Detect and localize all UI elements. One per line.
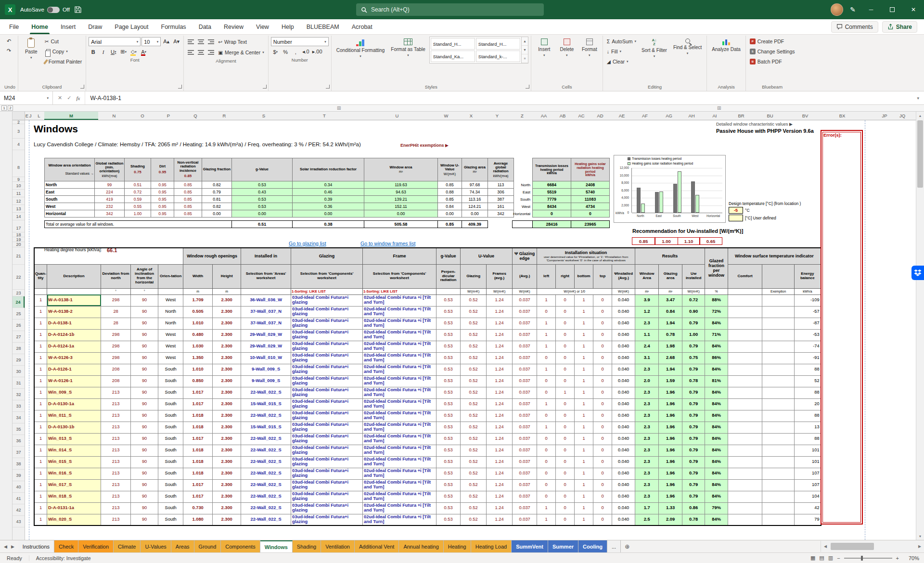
gallery-more-icon[interactable]: ≡	[522, 54, 528, 63]
maximize-button[interactable]	[882, 0, 903, 19]
cell[interactable]: 2.300	[213, 491, 241, 502]
cell[interactable]: 0.480	[183, 329, 213, 341]
zoom-level[interactable]: 70%	[903, 555, 919, 561]
cell[interactable]: 0	[593, 445, 612, 456]
cell[interactable]: 52	[795, 375, 821, 387]
row-header-30[interactable]: 30	[13, 366, 25, 377]
cell[interactable]: 2.300	[213, 364, 241, 375]
align-middle-button[interactable]	[196, 38, 205, 47]
cell[interactable]: 90	[131, 318, 158, 329]
cell[interactable]: 1	[575, 433, 593, 445]
cell[interactable]: 1.7	[635, 502, 659, 514]
cell[interactable]: 22-Wall_022_S	[241, 433, 291, 445]
cell[interactable]: 0.040	[612, 456, 635, 468]
change-settings-button[interactable]: SChange Settings	[748, 47, 796, 56]
cell[interactable]: 2.300	[213, 410, 241, 422]
cell[interactable]: 0	[537, 468, 556, 479]
cell-M27[interactable]: D-A-0124-1b	[47, 329, 101, 341]
cell[interactable]: 0	[593, 468, 612, 479]
scroll-up-icon[interactable]: ▲	[916, 112, 924, 119]
cell[interactable]: 0	[556, 329, 575, 341]
align-right-button[interactable]	[206, 48, 216, 57]
cell[interactable]: 1	[34, 514, 47, 525]
cell[interactable]: 84%	[705, 387, 728, 398]
cell[interactable]: 0.53	[436, 445, 461, 456]
cell[interactable]: 84%	[705, 491, 728, 502]
cell[interactable]: 213	[101, 514, 131, 525]
cell[interactable]: 02ud-Ideal Combi Futura +i [Tilt and Tur…	[363, 479, 436, 491]
cell[interactable]	[762, 306, 795, 318]
cell[interactable]: 0.79	[682, 398, 705, 410]
cell[interactable]: 22-Wall_022_S	[241, 479, 291, 491]
styles-dialog-launcher-icon[interactable]	[526, 85, 529, 89]
cell[interactable]: 213	[101, 468, 131, 479]
cell-M29[interactable]: W-A-0126-3	[47, 352, 101, 364]
cell-style-item[interactable]: Standard_k-...	[476, 51, 520, 62]
cell[interactable]: 0.79	[682, 479, 705, 491]
cell[interactable]	[728, 352, 762, 364]
autosum-button[interactable]: ΣAutoSum▾	[605, 37, 638, 46]
sheet-tab-instructions[interactable]: Instructions	[18, 540, 54, 552]
cell[interactable]: South	[158, 422, 183, 433]
save-icon[interactable]	[75, 6, 81, 13]
cell[interactable]: 1	[34, 352, 47, 364]
cell[interactable]: 1	[537, 329, 556, 341]
cell[interactable]: 0.84	[659, 306, 682, 318]
cell[interactable]: 2.300	[213, 468, 241, 479]
cell[interactable]: 1.018	[183, 445, 213, 456]
row-header-36[interactable]: 36	[13, 435, 25, 447]
cell[interactable]: 81%	[705, 375, 728, 387]
column-header-S[interactable]: S	[262, 112, 265, 120]
cell[interactable]	[762, 375, 795, 387]
cut-button[interactable]: ✂Cut	[43, 37, 83, 46]
cell[interactable]: 0.037	[513, 479, 537, 491]
cell[interactable]: 90	[131, 468, 158, 479]
cell[interactable]	[728, 514, 762, 525]
cell[interactable]: 0.53	[436, 364, 461, 375]
format-as-table-button[interactable]: Format as Table▾	[388, 37, 428, 59]
batch-pdf-button[interactable]: BBatch PDF	[748, 57, 796, 66]
cell[interactable]: 90	[131, 329, 158, 341]
cell[interactable]	[762, 456, 795, 468]
cell[interactable]: 0	[593, 294, 612, 306]
cell[interactable]	[728, 445, 762, 456]
column-header-BU[interactable]: BU	[767, 112, 773, 120]
column-header-X[interactable]: X	[470, 112, 473, 120]
accounting-format-button[interactable]: $▾	[271, 47, 280, 56]
cell[interactable]: 1	[575, 352, 593, 364]
cell[interactable]: 0.037	[513, 433, 537, 445]
cell[interactable]: 1.24	[487, 364, 513, 375]
row-header-24[interactable]: 24	[13, 296, 25, 308]
menu-tab-formulas[interactable]: Formulas	[155, 19, 192, 34]
insert-function-icon[interactable]: fx	[76, 95, 80, 101]
cell[interactable]	[762, 502, 795, 514]
cell[interactable]: 1	[34, 479, 47, 491]
cell[interactable]: 88	[795, 387, 821, 398]
cell[interactable]: 1.24	[487, 398, 513, 410]
expand-formula-bar-icon[interactable]: ▾	[912, 91, 924, 104]
cell[interactable]: 0	[556, 398, 575, 410]
cell[interactable]: 0.52	[461, 294, 487, 306]
cell[interactable]: 0.040	[612, 364, 635, 375]
cell[interactable]: 0.52	[461, 445, 487, 456]
cell[interactable]: 03ud-Ideal Combi Futura+i glazing	[291, 318, 363, 329]
cell[interactable]: 2.300	[213, 433, 241, 445]
page-layout-view-icon[interactable]: ▤	[819, 555, 824, 561]
cell[interactable]: 1.017	[183, 479, 213, 491]
cell[interactable]: 2.3	[635, 410, 659, 422]
cell[interactable]	[762, 318, 795, 329]
cell[interactable]: 0.037	[513, 468, 537, 479]
cell[interactable]: 1	[575, 294, 593, 306]
cell[interactable]: 0.79	[682, 422, 705, 433]
cell[interactable]: 1	[575, 375, 593, 387]
cell[interactable]: 101	[795, 445, 821, 456]
cell[interactable]	[728, 456, 762, 468]
cell[interactable]: 1	[34, 387, 47, 398]
cell[interactable]: 10-Wall_010_W	[241, 352, 291, 364]
cell[interactable]: 02ud-Ideal Combi Futura +i [Tilt and Tur…	[363, 456, 436, 468]
row-header-25[interactable]: 25	[13, 308, 25, 320]
cell[interactable]: 208	[101, 364, 131, 375]
cell[interactable]: 37-Wall_037_N	[241, 318, 291, 329]
align-left-button[interactable]	[186, 48, 195, 57]
cell[interactable]: 84%	[705, 341, 728, 352]
